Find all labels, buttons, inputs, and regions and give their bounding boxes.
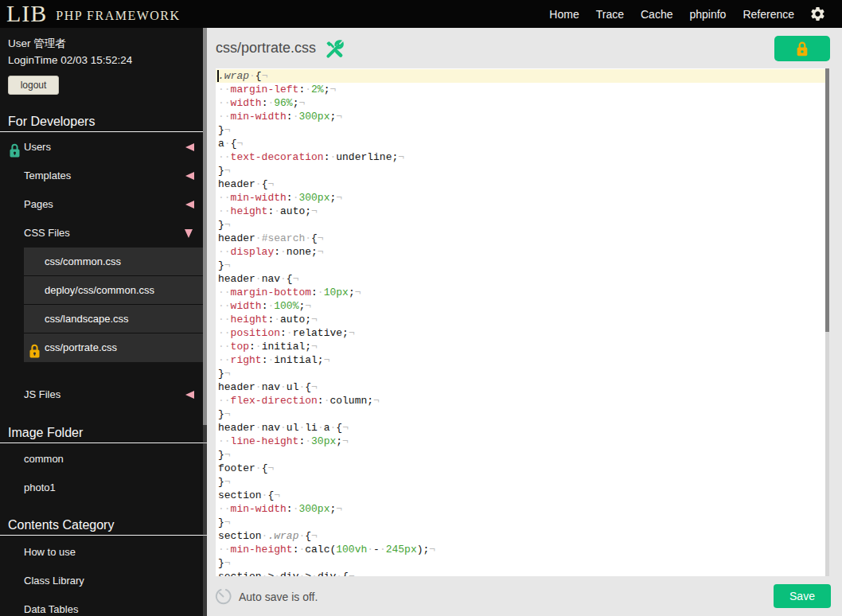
code-line: ··margin-bottom:·10px;¬ (216, 286, 825, 299)
code-line: ··text-decoration:·underline;¬ (216, 150, 825, 164)
lock-toggle-button[interactable] (774, 36, 830, 61)
code-line: ··flex-direction:·column;¬ (216, 394, 825, 407)
code-line: ··right:·initial;¬ (216, 353, 825, 367)
code-line: section·.wrap·{¬ (216, 529, 825, 543)
sidebar-subitem-label: css/portrate.css (45, 341, 117, 353)
page-title: css/portrate.css (216, 39, 316, 57)
code-line: header·nav·ul·{¬ (216, 380, 825, 394)
code-line: ··top:·initial;¬ (216, 340, 825, 353)
status-bar: Auto save is off. Save (207, 576, 842, 616)
sidebar-subitem-label: deploy/css/common.css (45, 284, 154, 296)
code-line: }¬ (216, 516, 825, 529)
sidebar-item-class-library[interactable]: Class Library (0, 567, 207, 595)
code-line: ··height:·auto;¬ (216, 313, 825, 326)
text-cursor (217, 70, 219, 82)
code-line: }¬ (216, 259, 825, 272)
sidebar-subitem-label: css/common.css (45, 255, 121, 267)
sidebar-scrollbar-thumb[interactable] (203, 28, 207, 425)
editor-scrollbar[interactable] (825, 68, 829, 576)
code-editor[interactable]: .wrap·{¬··margin-left:·2%;¬··width:·96%;… (216, 68, 825, 576)
sidebar-item-label: Templates (24, 170, 71, 181)
logout-button[interactable]: logout (8, 76, 59, 95)
sidebar-item-label: common (24, 453, 64, 465)
save-button[interactable]: Save (774, 584, 831, 608)
sidebar-item-label: Class Library (24, 575, 84, 587)
sidebar-item-photo1[interactable]: photo1 (0, 474, 207, 502)
code-line: ··min-width:·300px;¬ (216, 110, 825, 123)
top-nav-phpinfo[interactable]: phpinfo (689, 8, 726, 21)
sidebar-subitem-css-landscape-css[interactable]: css/landscape.css (24, 305, 207, 333)
app-logo: LIB PHP FRAMEWORK (6, 0, 181, 28)
chevron-left-icon (185, 391, 194, 399)
autosave-status-text: Auto save is off. (239, 590, 318, 604)
sidebar-item-label: JS Files (24, 388, 60, 400)
editor-scrollbar-thumb[interactable] (825, 68, 829, 332)
code-line: }¬ (216, 367, 825, 380)
code-line: .wrap·{¬ (216, 69, 825, 83)
sidebar-heading-contents-category: Contents Category (0, 517, 207, 536)
login-time-label: LoginTime 02/03 15:52:24 (8, 53, 207, 68)
top-nav-home[interactable]: Home (549, 8, 579, 21)
top-nav-links: HomeTraceCachephpinfoReference (532, 0, 794, 28)
sidebar-item-templates[interactable]: Templates (0, 162, 207, 190)
code-line: header·{¬ (216, 177, 825, 191)
top-nav-reference[interactable]: Reference (743, 8, 794, 21)
code-line: }¬ (216, 556, 825, 570)
code-line: ··margin-left:·2%;¬ (216, 83, 825, 96)
code-line: section·>·div·>·div·{¬ (216, 570, 825, 576)
sidebar-item-common[interactable]: common (0, 445, 207, 474)
code-line: }¬ (216, 407, 825, 421)
sidebar-item-label: Pages (24, 198, 53, 210)
sidebar-subitem-css-common-css[interactable]: css/common.css (24, 248, 207, 276)
sidebar-item-users[interactable]: Users (0, 133, 207, 162)
code-line: ··width:·100%;¬ (216, 299, 825, 313)
main-content: css/portrate.css .wrap·{¬··margin-left:·… (207, 28, 842, 616)
code-line: }¬ (216, 475, 825, 489)
chevron-down-icon (185, 229, 193, 238)
logo-text: LIB (6, 0, 47, 26)
sidebar-subitem-css-portrate-css[interactable]: css/portrate.css (24, 333, 207, 362)
top-nav-cache[interactable]: Cache (641, 8, 672, 21)
code-line: header·#search·{¬ (216, 232, 825, 245)
sidebar-subitem-label: css/landscape.css (45, 313, 129, 325)
chevron-left-icon (185, 143, 194, 151)
code-line: ··height:·auto;¬ (216, 205, 825, 218)
sidebar-item-css-files[interactable]: CSS Files (0, 219, 207, 248)
lock-icon (10, 140, 20, 154)
sidebar-item-label: Data Tables (24, 603, 78, 615)
code-line: }¬ (216, 448, 825, 462)
chevron-left-icon (185, 172, 194, 180)
chevron-left-icon (185, 201, 194, 209)
lock-icon (29, 341, 40, 355)
code-line: a·{¬ (216, 137, 825, 150)
code-line: footer·{¬ (216, 462, 825, 475)
code-line: }¬ (216, 164, 825, 177)
sidebar-item-how-to-use[interactable]: How to use (0, 538, 207, 567)
sidebar-item-js-files[interactable]: JS Files (0, 380, 207, 409)
sidebar-subitem-deploy-css-common-css[interactable]: deploy/css/common.css (24, 276, 207, 305)
sidebar: User 管理者 LoginTime 02/03 15:52:24 logout… (0, 28, 207, 616)
sidebar-scrollbar[interactable] (203, 28, 207, 616)
code-line: ··width:·96%;¬ (216, 96, 825, 110)
sidebar-item-label: How to use (24, 546, 76, 558)
code-line: ··min-width:·300px;¬ (216, 502, 825, 516)
sidebar-heading-for-developers: For Developers (0, 114, 207, 132)
code-line: ··min-width:·300px;¬ (216, 191, 825, 205)
sidebar-item-data-tables[interactable]: Data Tables (0, 595, 207, 616)
user-label: User 管理者 (8, 37, 207, 51)
code-line: ··position:·relative;¬ (216, 326, 825, 340)
sidebar-item-label: photo1 (24, 481, 56, 493)
code-line: }¬ (216, 123, 825, 137)
top-nav-trace[interactable]: Trace (596, 8, 624, 21)
sidebar-item-pages[interactable]: Pages (0, 190, 207, 219)
gear-icon[interactable] (809, 6, 826, 22)
code-line: ··min-height:·calc(100vh·-·245px);¬ (216, 543, 825, 556)
autosave-clock-icon (215, 588, 232, 605)
top-navigation-bar: LIB PHP FRAMEWORK HomeTraceCachephpinfoR… (0, 0, 842, 28)
sidebar-item-label: CSS Files (24, 227, 70, 239)
sidebar-item-label: Users (24, 141, 51, 153)
lock-icon (797, 41, 808, 57)
code-line: header·nav·{¬ (216, 272, 825, 286)
screwdriver-wrench-icon[interactable] (325, 40, 345, 60)
sidebar-heading-image-folder: Image Folder (0, 425, 207, 443)
